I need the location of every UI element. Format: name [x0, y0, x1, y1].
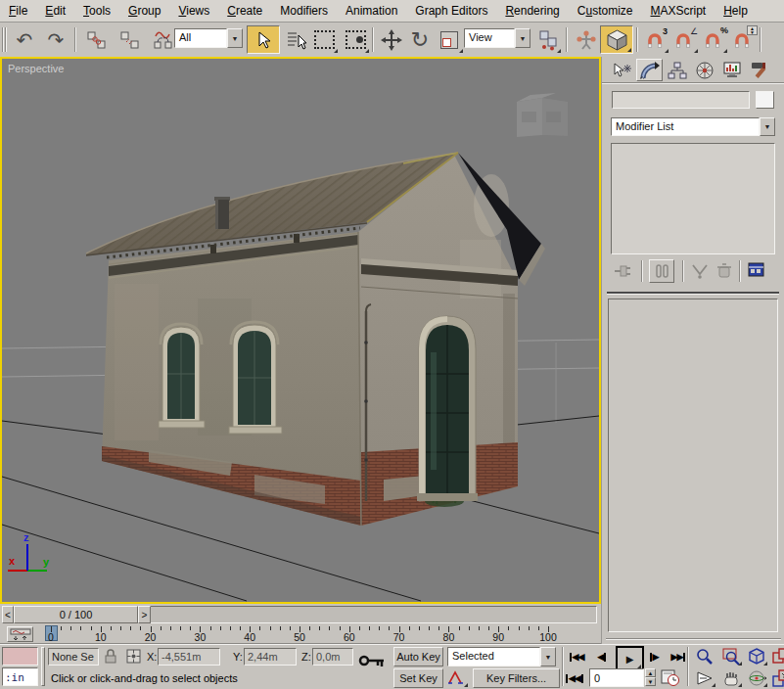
- mini-curve-editor-button[interactable]: [7, 626, 33, 642]
- menu-item-animation[interactable]: Animation: [337, 1, 406, 22]
- frame-spinner[interactable]: ▲ ▼: [645, 668, 656, 687]
- modifier-stack-list[interactable]: [611, 143, 775, 254]
- scale-button[interactable]: [435, 25, 464, 54]
- undo-button[interactable]: ↶: [10, 25, 39, 54]
- menu-item-help[interactable]: Help: [715, 1, 757, 22]
- menu-item-file[interactable]: File: [0, 1, 36, 22]
- zoom-extents-all-button[interactable]: [769, 647, 784, 666]
- use-center-button[interactable]: [534, 25, 562, 54]
- go-end-button[interactable]: ▶▶: [668, 647, 689, 666]
- ruler-tick: [170, 626, 171, 630]
- menu-item-views[interactable]: Views: [169, 1, 218, 22]
- ruler-tick: [469, 626, 470, 630]
- ruler-tick: [379, 626, 380, 630]
- object-name-field[interactable]: [612, 91, 750, 109]
- rotate-button[interactable]: ↻: [405, 25, 435, 54]
- set-key-button[interactable]: Set Key: [393, 668, 443, 688]
- unlink-button[interactable]: [115, 25, 145, 54]
- select-by-name-button[interactable]: [282, 25, 311, 54]
- arc-rotate-button[interactable]: [745, 668, 768, 688]
- rect-selection-button[interactable]: [309, 25, 339, 54]
- z-coord-field[interactable]: 0,0m: [312, 648, 353, 666]
- absolute-offset-toggle[interactable]: [125, 648, 142, 666]
- listener-splitter[interactable]: [41, 647, 45, 686]
- show-end-result-button[interactable]: [649, 259, 674, 283]
- menu-item-modifiers[interactable]: Modifiers: [271, 1, 337, 22]
- tab-motion[interactable]: [691, 59, 717, 81]
- select-object-button[interactable]: [247, 25, 280, 54]
- snap-3d-button[interactable]: 3: [640, 25, 669, 54]
- maxscript-listener-macro-line[interactable]: [2, 647, 38, 666]
- tab-create[interactable]: [609, 59, 635, 81]
- snaps-cube-button[interactable]: [600, 25, 633, 54]
- time-slider-handle[interactable]: 0 / 100: [14, 606, 138, 623]
- tab-hierarchy[interactable]: [664, 59, 690, 81]
- rollout-area[interactable]: [608, 299, 778, 632]
- menu-item-rendering[interactable]: Rendering: [496, 1, 568, 22]
- tab-utilities[interactable]: [746, 59, 772, 81]
- modifier-list-arrow[interactable]: ▼: [760, 117, 775, 136]
- pan-button[interactable]: [719, 668, 743, 688]
- toolbar-handle[interactable]: [2, 27, 4, 52]
- prev-frame-button[interactable]: ◀: [591, 647, 613, 666]
- tab-display[interactable]: [718, 59, 745, 81]
- angle-snap-button[interactable]: ∠: [669, 25, 699, 54]
- maximize-viewport-button[interactable]: [769, 668, 784, 688]
- auto-key-button[interactable]: Auto Key: [393, 647, 443, 666]
- zoom-all-button[interactable]: [719, 647, 743, 666]
- default-tangent-button[interactable]: [447, 669, 469, 688]
- selection-filter-value: All: [174, 28, 227, 48]
- menu-item-customize[interactable]: Customize: [569, 1, 642, 22]
- fov-button[interactable]: [693, 668, 716, 688]
- key-mode-toggle-button[interactable]: ◀◀: [564, 668, 585, 688]
- menu-item-group[interactable]: Group: [119, 1, 169, 22]
- modifier-list-dropdown[interactable]: Modifier List ▼: [611, 117, 775, 136]
- spinner-snap-button[interactable]: ▲▼: [728, 25, 758, 54]
- go-start-button[interactable]: ◀◀: [566, 647, 587, 666]
- object-color-swatch[interactable]: [756, 91, 774, 109]
- key-mode-dropdown[interactable]: Selected ▼: [447, 647, 556, 666]
- window-crossing-button[interactable]: [341, 25, 370, 54]
- zoom-button[interactable]: [693, 647, 716, 666]
- trackbar-ruler[interactable]: 0102030405060708090100: [39, 624, 599, 644]
- percent-snap-button[interactable]: %: [699, 25, 728, 54]
- coord-system-arrow[interactable]: ▼: [515, 28, 530, 48]
- maxscript-listener-input[interactable]: :in: [2, 667, 38, 686]
- time-slider-next-button[interactable]: >: [138, 606, 151, 623]
- menu-item-graph-editors[interactable]: Graph Editors: [406, 1, 496, 22]
- pin-stack-button[interactable]: [613, 262, 634, 282]
- selection-lock-button[interactable]: [103, 648, 118, 667]
- viewport[interactable]: x y z Perspective: [0, 57, 601, 604]
- remove-modifier-button[interactable]: [715, 261, 734, 282]
- spinner-down-button[interactable]: ▼: [645, 677, 656, 686]
- coord-system-dropdown[interactable]: View ▼: [464, 28, 530, 48]
- tab-modify[interactable]: [636, 59, 663, 81]
- selection-filter-dropdown[interactable]: All ▼: [174, 28, 243, 48]
- stack-sep2: [682, 260, 684, 282]
- manipulate-button[interactable]: [572, 25, 601, 54]
- time-slider-prev-button[interactable]: <: [2, 606, 14, 623]
- zoom-extents-button[interactable]: [745, 647, 768, 666]
- configure-modifier-sets-button[interactable]: [747, 261, 766, 281]
- key-filters-button[interactable]: Key Filters...: [473, 668, 560, 688]
- y-coord-label: Y:: [233, 651, 243, 663]
- menu-item-create[interactable]: Create: [218, 1, 271, 22]
- menu-item-maxscript[interactable]: MAXScript: [642, 1, 715, 22]
- spinner-up-button[interactable]: ▲: [645, 668, 656, 677]
- next-frame-button[interactable]: ▶: [643, 647, 665, 666]
- time-config-button[interactable]: [661, 668, 680, 689]
- select-link-button[interactable]: [82, 25, 112, 54]
- make-unique-button[interactable]: [690, 262, 710, 282]
- x-coord-field[interactable]: -4,551m: [158, 648, 220, 666]
- viewport-label[interactable]: Perspective: [8, 63, 64, 74]
- redo-button[interactable]: ↷: [41, 25, 70, 54]
- move-button[interactable]: [377, 25, 406, 54]
- frame-number-field[interactable]: 0: [589, 668, 644, 687]
- menu-item-tools[interactable]: Tools: [74, 1, 119, 22]
- set-keys-button[interactable]: [358, 655, 386, 672]
- y-coord-field[interactable]: 2,44m: [244, 648, 297, 666]
- selection-filter-arrow[interactable]: ▼: [227, 28, 243, 48]
- zoom-all-icon: [721, 647, 741, 666]
- menu-item-edit[interactable]: Edit: [36, 1, 74, 22]
- key-mode-arrow[interactable]: ▼: [540, 647, 556, 666]
